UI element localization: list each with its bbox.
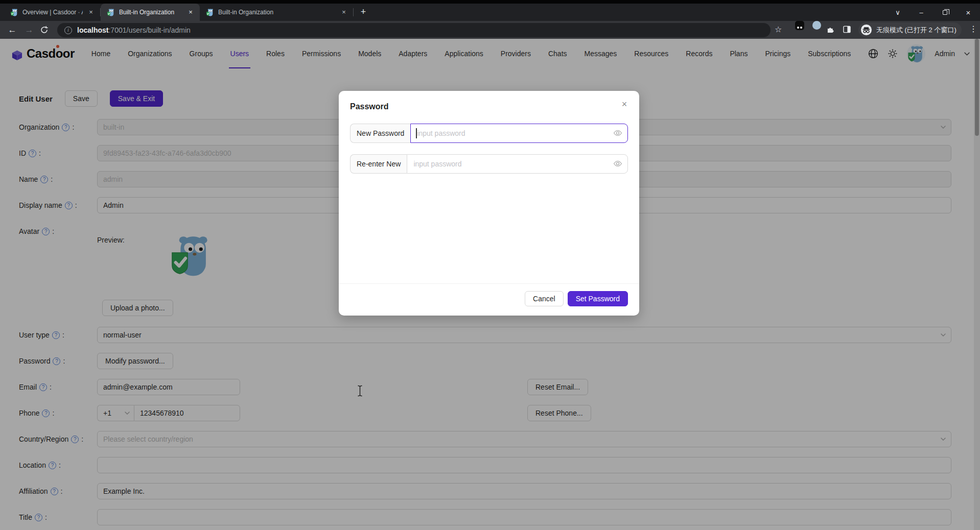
url-host: localhost [77,26,108,34]
side-panel-icon[interactable] [843,26,851,33]
browser-toolbar: ← → i localhost:7001/users/built-in/admi… [0,21,980,39]
window-restore-button[interactable] [933,4,956,21]
browser-tab-overview[interactable]: Overview | Casdoor · An Open × [4,4,100,21]
modal-footer-divider [339,283,639,284]
tab-close-icon[interactable]: × [87,8,95,16]
extensions-puzzle-icon[interactable] [827,26,834,33]
extension-icon[interactable] [795,21,804,30]
address-bar[interactable]: i localhost:7001/users/built-in/admin [57,23,771,37]
tab-title: Built-in Organization [218,9,336,16]
reload-button[interactable] [40,26,54,40]
incognito-icon [860,24,872,36]
incognito-label: 无痕模式 (已打开 2 个窗口) [876,26,956,35]
reload-icon [40,26,49,34]
window-frame [0,0,980,4]
tab-divider [353,8,354,16]
tab-title: Built-in Organization [119,9,182,16]
browser-menu-kebab-icon[interactable]: ⋮ [969,24,978,34]
tab-strip: Overview | Casdoor · An Open × Built-in … [0,4,980,21]
forward-button[interactable]: → [22,23,36,37]
extension-icon[interactable] [812,21,821,30]
password-modal: Password × New Password Re-enter New Can… [339,91,639,316]
set-password-button[interactable]: Set Password [568,291,628,306]
browser-tab-builtin-org-active[interactable]: Built-in Organization × [101,4,200,21]
mouse-ibeam-cursor [357,385,363,397]
casdoor-favicon-icon [10,8,18,16]
eye-icon[interactable] [613,130,622,136]
eye-icon[interactable] [613,160,622,167]
new-password-input[interactable] [410,124,628,143]
modal-title: Password [350,102,628,111]
incognito-badge: 无痕模式 (已打开 2 个窗口) [858,22,962,37]
back-button[interactable]: ← [5,23,19,37]
casdoor-favicon-icon [206,8,214,16]
reenter-password-label: Re-enter New [350,154,407,174]
window-close-button[interactable]: × [956,4,980,21]
modal-close-icon[interactable]: × [618,98,631,111]
casdoor-favicon-icon [107,8,115,16]
window-menu-chevron-icon[interactable]: ∨ [886,4,909,21]
cancel-button[interactable]: Cancel [525,291,564,306]
text-caret [416,128,417,138]
tab-title: Overview | Casdoor · An Open [22,9,83,16]
reenter-password-row: Re-enter New [350,154,628,174]
site-info-icon[interactable]: i [64,27,72,34]
url-path: :7001/users/built-in/admin [108,26,190,34]
restore-icon [943,10,947,15]
reenter-password-input[interactable] [407,154,628,174]
new-password-row: New Password [350,124,628,143]
new-password-label: New Password [350,124,410,143]
url-text: localhost:7001/users/built-in/admin [77,26,191,34]
tab-close-icon[interactable]: × [186,8,195,16]
new-tab-button[interactable]: + [357,6,370,19]
window-minimize-button[interactable]: – [909,4,933,21]
browser-tab-builtin-org-2[interactable]: Built-in Organization × [200,4,353,21]
tab-close-icon[interactable]: × [340,8,348,16]
bookmark-star-icon[interactable]: ☆ [775,25,782,34]
page-viewport: Casdoor Home Organizations Groups Users … [0,39,980,530]
